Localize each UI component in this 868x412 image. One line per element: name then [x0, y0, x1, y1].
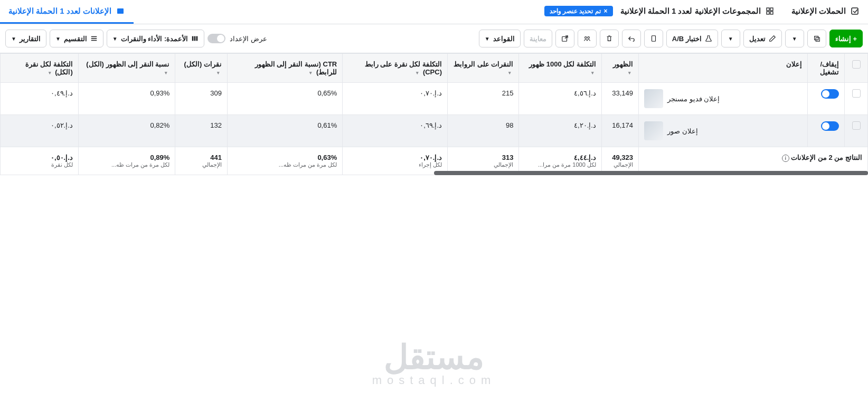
svg-point-9: [584, 37, 587, 39]
row-toggle[interactable]: [808, 83, 845, 115]
header-checkbox[interactable]: [845, 54, 868, 83]
tab-campaigns[interactable]: الحملات الإعلانية: [783, 0, 868, 24]
header-link-clicks[interactable]: النقرات على الروابط ▾: [448, 54, 519, 83]
tab-adsets-label: المجموعات الإعلانية لعدد 1 الحملة الإعلا…: [620, 6, 761, 16]
header-cpc-all[interactable]: التكلفة لكل نقرة (الكل) ▾: [1, 54, 79, 83]
svg-rect-14: [196, 36, 198, 41]
row-impressions: 16,174: [601, 115, 638, 147]
reports-button[interactable]: التقارير ▼: [5, 30, 46, 47]
row-cpc-link: د.إ.٠,٦٩: [343, 115, 448, 147]
tab-ads[interactable]: الإعلانات لعدد 1 الحملة الإعلانية: [0, 0, 134, 24]
edit-button[interactable]: تعديل: [743, 30, 782, 47]
duplicate-icon: [813, 35, 820, 42]
ab-test-button[interactable]: اختبار A/B: [666, 30, 718, 47]
svg-point-10: [588, 37, 590, 39]
header-impressions[interactable]: الظهور ▾: [601, 54, 638, 83]
row-ad-name[interactable]: إعلان فديو مسنجر: [639, 83, 808, 115]
row-toggle[interactable]: [808, 115, 845, 147]
row-impressions: 33,149: [601, 83, 638, 115]
ab-test-label: اختبار A/B: [672, 35, 702, 43]
delete-button[interactable]: [600, 30, 619, 47]
header-toggle[interactable]: إيقاف/ تشغيل: [808, 54, 845, 83]
undo-icon: [628, 35, 635, 42]
table-row[interactable]: إعلان فديو مسنجر 33,149 د.إ.٤,٥٦ 215 د.إ…: [1, 83, 868, 115]
breakdown-button[interactable]: التقسيم ▼: [50, 30, 103, 47]
edit-label: تعديل: [749, 35, 766, 43]
tag-button[interactable]: [555, 30, 574, 47]
svg-rect-3: [767, 12, 769, 14]
preview-button: معاينة: [524, 30, 552, 47]
header-clicks-all[interactable]: نقرات (الكل) ▾: [175, 54, 228, 83]
duplicate-dropdown[interactable]: ▼: [785, 30, 804, 47]
row-ctr-link: 0,65%: [227, 83, 342, 115]
row-checkbox[interactable]: [845, 83, 868, 115]
edit-dropdown[interactable]: ▼: [721, 30, 740, 47]
summary-ctr-link: 0,63%لكل مرة من مرات ظه...: [227, 147, 342, 175]
sort-icon: ▾: [49, 70, 51, 75]
table-row[interactable]: إعلان صور 16,174 د.إ.٤,٢٠ 98 د.إ.٠,٦٩ 0,…: [1, 115, 868, 147]
row-checkbox[interactable]: [845, 115, 868, 147]
columns-icon: [191, 35, 199, 42]
summary-cpc-link: د.إ.٠,٧٠لكل إجراء: [343, 147, 448, 175]
ads-icon: [116, 6, 125, 16]
pencil-icon: [769, 35, 776, 42]
ad-thumbnail: [644, 121, 663, 140]
chevron-down-icon: ▼: [55, 36, 61, 42]
rules-button[interactable]: القواعد ▼: [479, 30, 521, 47]
row-link-clicks: 98: [448, 115, 519, 147]
columns-button[interactable]: الأعمدة: الأداء والنقرات ▼: [107, 30, 204, 47]
chip-close-icon[interactable]: ×: [604, 7, 608, 15]
row-ctr-link: 0,61%: [227, 115, 342, 147]
tab-campaigns-label: الحملات الإعلانية: [791, 6, 846, 16]
chevron-down-icon: ▼: [112, 36, 118, 42]
row-link-clicks: 215: [448, 83, 519, 115]
toolbar: + إنشاء ▼ تعديل ▼ اختبار A/B معاينة: [0, 24, 868, 53]
svg-rect-8: [652, 36, 655, 42]
header-ctr-all[interactable]: نسبة النقر إلى الظهور (الكل) ▾: [78, 54, 175, 83]
info-icon[interactable]: i: [782, 155, 789, 162]
svg-rect-12: [192, 36, 194, 41]
header-ad[interactable]: إعلان: [639, 54, 808, 83]
header-ctr-link[interactable]: CTR (نسبة النقر إلى الظهور للرابط) ▾: [227, 54, 342, 83]
trash-icon: [606, 35, 613, 42]
sort-icon: ▾: [309, 70, 312, 75]
columns-label: الأعمدة: الأداء والنقرات: [121, 35, 188, 43]
row-ad-name[interactable]: إعلان صور: [639, 115, 808, 147]
horizontal-scrollbar[interactable]: [434, 171, 868, 175]
summary-ctr-all: 0,89%لكل مرة من مرات ظه...: [78, 147, 175, 175]
chip-label: تم تحديد عنصر واحد: [550, 7, 601, 15]
row-ctr-all: 0,82%: [78, 115, 175, 147]
row-clicks-all: 309: [175, 83, 228, 115]
duplicate-button[interactable]: [807, 30, 826, 47]
toolbar-view: عرض الإعداد الأعمدة: الأداء والنقرات ▼ ا…: [5, 30, 267, 47]
clipboard-icon: [650, 35, 657, 42]
svg-rect-1: [767, 8, 769, 11]
view-setup-label: عرض الإعداد: [230, 35, 267, 43]
create-button[interactable]: + إنشاء: [829, 30, 863, 47]
chevron-down-icon: ▼: [485, 36, 490, 42]
svg-rect-7: [816, 37, 819, 41]
selection-chip[interactable]: × تم تحديد عنصر واحد: [544, 6, 613, 16]
people-icon: [583, 35, 591, 42]
svg-rect-2: [770, 8, 773, 11]
row-cpm: د.إ.٤,٢٠: [519, 115, 601, 147]
toolbar-actions: + إنشاء ▼ تعديل ▼ اختبار A/B معاينة: [479, 30, 863, 47]
breakdown-label: التقسيم: [64, 35, 87, 43]
view-setup-toggle[interactable]: [207, 34, 225, 43]
export-button[interactable]: [578, 30, 597, 47]
rules-label: القواعد: [493, 35, 515, 43]
sort-icon: ▾: [416, 70, 419, 75]
svg-rect-0: [852, 8, 858, 14]
reports-label: التقارير: [20, 35, 41, 43]
arrow-out-icon: [561, 35, 569, 42]
discard-button[interactable]: [644, 30, 663, 47]
tab-adsets[interactable]: المجموعات الإعلانية لعدد 1 الحملة الإعلا…: [134, 0, 783, 24]
header-cpc-link[interactable]: التكلفة لكل نقرة على رابط (CPC) ▾: [343, 54, 448, 83]
summary-clicks-all: 441الإجمالي: [175, 147, 228, 175]
sort-icon: ▾: [628, 70, 631, 75]
row-clicks-all: 132: [175, 115, 228, 147]
revert-button[interactable]: [622, 30, 641, 47]
row-cpc-link: د.إ.٠,٧٠: [343, 83, 448, 115]
tab-ads-label: الإعلانات لعدد 1 الحملة الإعلانية: [8, 6, 111, 16]
header-cpm[interactable]: التكلفة لكل 1000 ظهور ▾: [519, 54, 601, 83]
